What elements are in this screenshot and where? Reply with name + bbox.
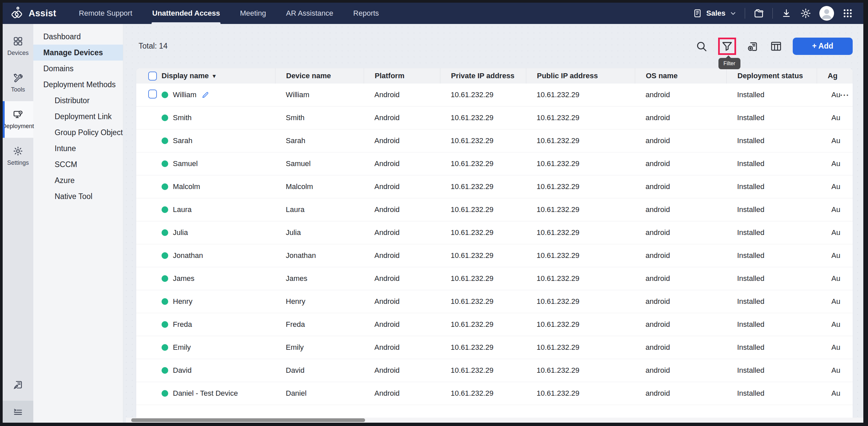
rail-item-tools[interactable]: Tools [3,65,33,101]
os-name: android [635,320,726,329]
table-row[interactable]: William William Android 10.61.232.29 10.… [136,84,853,106]
table-row[interactable]: Smith Smith Android 10.61.232.29 10.61.2… [136,106,853,129]
collapse-panel-button[interactable] [3,401,33,423]
nav-reports[interactable]: Reports [353,3,379,24]
col-platform[interactable]: Platform [364,68,440,84]
nav-meeting[interactable]: Meeting [240,3,266,24]
private-ip: 10.61.232.29 [440,113,526,122]
table-row[interactable]: Malcolm Malcolm Android 10.61.232.29 10.… [136,175,853,198]
sidebar-item-deployment-methods[interactable]: Deployment Methods [33,76,123,93]
brand: Assist [11,6,56,20]
col-public-ip[interactable]: Public IP address [526,68,635,84]
folder-icon[interactable] [753,8,765,19]
display-name: Samuel [173,159,198,168]
horizontal-scrollbar[interactable] [126,418,863,423]
rail-item-devices[interactable]: Devices [3,28,33,65]
row-actions-icon[interactable]: ••• [840,92,850,98]
col-display-name[interactable]: Display name ▾ [160,68,275,84]
apps-grid-icon[interactable] [842,8,854,19]
table-row[interactable]: Henry Henry Android 10.61.232.29 10.61.2… [136,290,853,313]
divider [772,8,773,19]
display-name: Freda [173,320,192,329]
table-row[interactable]: Emily Emily Android 10.61.232.29 10.61.2… [136,336,853,359]
display-name: Laura [173,205,191,214]
platform: Android [364,159,440,168]
display-name: Smith [173,113,191,122]
settings-gear-icon[interactable] [800,8,811,19]
private-ip: 10.61.232.29 [440,389,526,398]
table-row[interactable]: Freda Freda Android 10.61.232.29 10.61.2… [136,313,853,336]
col-os-name[interactable]: OS name [635,68,726,84]
add-device-button[interactable]: + Add [793,38,853,55]
app-root: Assist Remote Support Unattended Access … [3,3,863,423]
assist-logo-icon [11,6,24,20]
sidebar-item-deployment-link[interactable]: Deployment Link [33,108,123,125]
table-row[interactable]: David David Android 10.61.232.29 10.61.2… [136,359,853,382]
col-agent[interactable]: Ag [817,68,853,84]
private-ip: 10.61.232.29 [440,136,526,145]
online-status-dot [161,184,168,190]
sidebar-item-dashboard[interactable]: Dashboard [33,29,123,44]
table-row[interactable]: Laura Laura Android 10.61.232.29 10.61.2… [136,198,853,221]
table-row[interactable]: Samuel Samuel Android 10.61.232.29 10.61… [136,153,853,175]
sidebar-item-sccm[interactable]: SCCM [33,156,123,172]
rail-item-deployment[interactable]: Deployment [3,101,33,138]
display-name: Emily [173,343,191,352]
public-ip: 10.61.232.29 [526,389,635,398]
primary-nav: Remote Support Unattended Access Meeting… [79,3,379,24]
portal-selector[interactable]: Sales [692,8,737,18]
filter-icon[interactable] [720,40,734,53]
platform: Android [364,343,440,352]
table-row[interactable]: Daniel - Test Device Daniel Android 10.6… [136,382,853,405]
row-checkbox[interactable] [148,90,157,99]
sidebar-item-domains[interactable]: Domains [33,61,123,76]
devices-table: Display name ▾ Device name Platform Priv… [136,68,853,420]
private-ip: 10.61.232.29 [440,251,526,260]
online-status-dot [161,321,168,328]
search-icon[interactable] [695,40,708,53]
feedback-button[interactable] [3,369,33,401]
col-device-name[interactable]: Device name [275,68,364,84]
agent-value: Au [831,320,840,329]
nav-remote-support[interactable]: Remote Support [79,3,132,24]
column-chooser-icon[interactable] [769,40,783,53]
deployment-icon [13,109,23,120]
col-private-ip[interactable]: Private IP address [440,68,526,84]
horizontal-scrollbar-thumb[interactable] [131,418,365,422]
table-row[interactable]: James James Android 10.61.232.29 10.61.2… [136,267,853,290]
rail-item-settings[interactable]: Settings [3,138,33,174]
sidebar-item-azure[interactable]: Azure [33,172,123,188]
content-area: Total: 14 Filter [123,24,863,423]
platform: Android [364,183,440,191]
sort-caret-icon[interactable]: ▾ [213,72,216,79]
table-row[interactable]: Sarah Sarah Android 10.61.232.29 10.61.2… [136,129,853,153]
deployment-status: Installed [726,113,817,122]
brand-name: Assist [29,8,56,19]
user-avatar[interactable] [819,6,834,21]
deployment-status: Installed [726,274,817,283]
sidebar-item-manage-devices[interactable]: Manage Devices [33,44,123,61]
platform: Android [364,366,440,375]
os-name: android [635,343,726,352]
os-name: android [635,366,726,375]
os-name: android [635,91,726,99]
sidebar-item-native-tool[interactable]: Native Tool [33,188,123,204]
sidebar-item-group-policy-object[interactable]: Group Policy Object [33,125,123,140]
sidebar-item-distributor[interactable]: Distributor [33,93,123,108]
download-icon[interactable] [781,8,792,19]
window-frame: Assist Remote Support Unattended Access … [0,0,868,426]
os-name: android [635,389,726,398]
agent-value: Au [831,205,840,214]
table-row[interactable]: Jonathan Jonathan Android 10.61.232.29 1… [136,244,853,267]
bulk-deploy-icon[interactable] [746,40,760,53]
select-all-checkbox[interactable] [148,71,157,80]
nav-ar-assistance[interactable]: AR Assistance [286,3,333,24]
table-row[interactable]: Julia Julia Android 10.61.232.29 10.61.2… [136,221,853,244]
deployment-status: Installed [726,320,817,329]
col-deployment-status[interactable]: Deployment status [726,68,817,84]
display-name: Henry [173,297,192,306]
agent-value: Au [831,113,840,122]
edit-icon[interactable] [201,91,210,99]
nav-unattended-access[interactable]: Unattended Access [152,3,220,24]
sidebar-item-intune[interactable]: Intune [33,140,123,156]
